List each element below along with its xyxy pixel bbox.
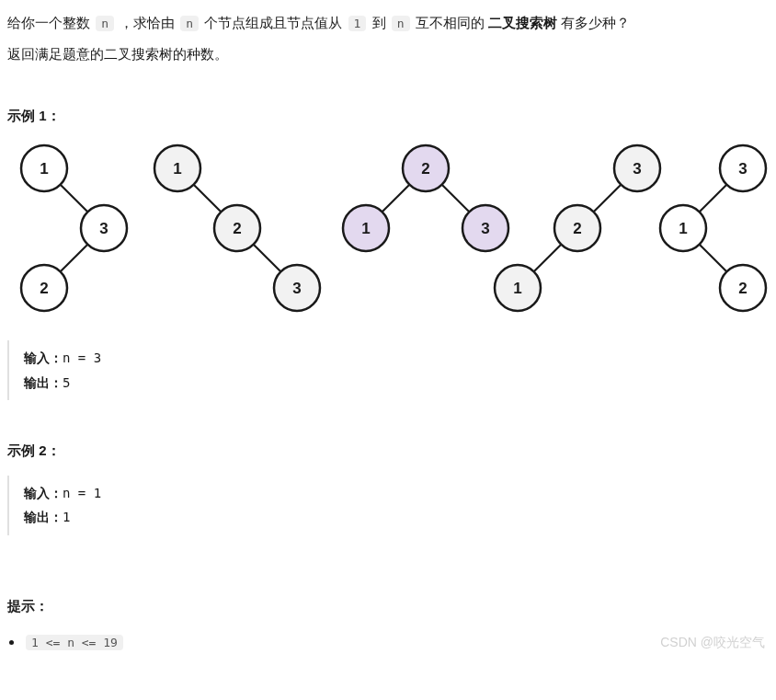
output-value: 5 <box>63 375 70 390</box>
output-value: 1 <box>63 510 70 524</box>
tree-edge <box>61 184 88 212</box>
text: 到 <box>368 15 389 30</box>
inline-code-n: n <box>392 16 410 31</box>
hints-title: 提示： <box>7 594 769 618</box>
problem-statement-line2: 返回满足题意的二叉搜索树的种数。 <box>7 42 769 66</box>
input-label: 输入： <box>24 486 63 500</box>
tree-edge <box>594 184 622 212</box>
tree-node-label: 3 <box>292 279 301 296</box>
example1-title: 示例 1： <box>7 104 769 128</box>
problem-statement-line1: 给你一个整数 n ，求恰由 n 个节点组成且节点值从 1 到 n 互不相同的 二… <box>7 11 769 35</box>
tree-node-label: 1 <box>361 219 370 236</box>
tree-node-label: 2 <box>233 219 241 236</box>
tree-node-label: 3 <box>738 159 747 177</box>
tree-edge <box>254 244 281 271</box>
text: 个节点组成且节点值从 <box>200 15 346 30</box>
text: 互不相同的 <box>412 15 488 30</box>
tree-node-label: 3 <box>99 219 108 236</box>
text: 有多少种？ <box>557 15 630 30</box>
constraints-list: 1 <= n <= 19 <box>7 630 769 654</box>
tree-edge <box>700 244 727 271</box>
inline-code-n: n <box>180 16 199 31</box>
example2-title: 示例 2： <box>7 439 769 463</box>
text: 给你一个整数 <box>7 15 94 30</box>
tree-node-label: 3 <box>633 159 641 177</box>
example2-block: 输入：n = 1 输出：1 <box>7 476 769 535</box>
tree-node-label: 2 <box>573 219 581 236</box>
tree-edge <box>700 184 727 212</box>
tree-node-label: 1 <box>679 219 687 236</box>
tree-edge <box>194 184 222 212</box>
input-label: 输入： <box>24 350 63 365</box>
output-label: 输出： <box>24 510 63 524</box>
inline-code-1: 1 <box>348 16 367 31</box>
input-value: n = 1 <box>63 486 101 500</box>
tree-node-label: 2 <box>421 159 429 177</box>
input-value: n = 3 <box>63 350 101 365</box>
text: ，求恰由 <box>116 15 178 30</box>
bst-trees-svg: 132123213321312 <box>7 141 769 316</box>
tree-edge <box>61 244 88 271</box>
tree-node-label: 1 <box>173 159 181 177</box>
tree-edge <box>534 244 562 271</box>
tree-node-label: 2 <box>40 279 48 296</box>
output-label: 输出： <box>24 375 63 390</box>
inline-code-n: n <box>96 16 114 31</box>
tree-node-label: 1 <box>513 279 521 296</box>
constraint-item: 1 <= n <= 19 <box>24 630 769 654</box>
bold-bst-term: 二叉搜索树 <box>488 15 557 30</box>
tree-node-label: 2 <box>738 279 747 296</box>
constraint-code: 1 <= n <= 19 <box>26 635 123 650</box>
tree-edge <box>442 184 470 212</box>
example1-block: 输入：n = 3 输出：5 <box>7 340 769 400</box>
tree-node-label: 1 <box>40 159 48 177</box>
bst-diagram: 132123213321312 <box>7 141 769 323</box>
tree-edge <box>382 184 410 212</box>
tree-node-label: 3 <box>481 219 489 236</box>
